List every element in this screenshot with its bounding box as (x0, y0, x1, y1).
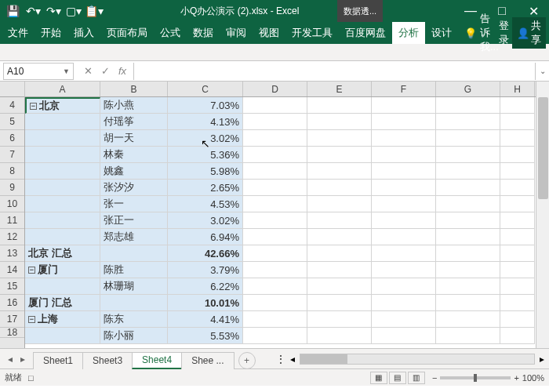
row-header-15[interactable]: 15 (0, 278, 24, 295)
cell-B10[interactable]: 张一 (100, 196, 168, 212)
cells-area[interactable]: −北京陈小燕7.03%付瑶筝4.13%胡一天3.02%林秦5.36%姚鑫5.98… (25, 97, 536, 348)
cell-F10[interactable] (372, 196, 436, 212)
tab-file[interactable]: 文件 (2, 22, 35, 44)
col-header-G[interactable]: G (436, 82, 500, 96)
col-header-E[interactable]: E (307, 82, 372, 96)
col-header-H[interactable]: H (500, 82, 535, 96)
row-header-11[interactable]: 11 (0, 212, 24, 229)
cell-E4[interactable] (307, 97, 372, 114)
row-header-17[interactable]: 17 (0, 311, 24, 328)
sheet-tab-sheet1[interactable]: Sheet1 (33, 352, 83, 369)
tab-design[interactable]: 设计 (425, 22, 458, 44)
cell-B12[interactable]: 郑志雄 (100, 229, 168, 245)
cell-E9[interactable] (307, 180, 372, 196)
cell-D15[interactable] (243, 278, 307, 295)
cell-A15[interactable] (25, 278, 100, 295)
cell-B7[interactable]: 林秦 (100, 147, 168, 163)
cell-G6[interactable] (436, 130, 500, 147)
zoom-level[interactable]: 100% (522, 373, 544, 383)
sheet-tab-sheet4[interactable]: Sheet4 (132, 352, 182, 369)
outline-collapse-icon[interactable]: − (28, 267, 35, 274)
cell-H11[interactable] (500, 212, 535, 229)
cell-G17[interactable] (436, 311, 500, 328)
cell-B8[interactable]: 姚鑫 (100, 163, 168, 180)
cell-D6[interactable] (243, 130, 307, 147)
cell-H13[interactable] (500, 245, 535, 262)
cell-F16[interactable] (372, 295, 436, 311)
cell-H14[interactable] (500, 262, 535, 278)
row-header-8[interactable]: 8 (0, 163, 24, 180)
cell-H18[interactable] (500, 328, 535, 344)
cell-A10[interactable] (25, 196, 100, 212)
row-header-4[interactable]: 4 (0, 97, 24, 114)
cell-G10[interactable] (436, 196, 500, 212)
fx-button[interactable]: fx (115, 65, 130, 77)
cell-B18[interactable]: 陈小丽 (100, 328, 168, 344)
cell-F9[interactable] (372, 180, 436, 196)
enter-formula-button[interactable]: ✓ (97, 65, 113, 77)
cell-C18[interactable]: 5.53% (168, 328, 243, 344)
scroll-grip-icon[interactable]: ⋮ (276, 354, 285, 365)
cell-H9[interactable] (500, 180, 535, 196)
cell-G7[interactable] (436, 147, 500, 163)
cell-C14[interactable]: 3.79% (168, 262, 243, 278)
cell-B15[interactable]: 林珊瑚 (100, 278, 168, 295)
cell-B13[interactable] (100, 245, 168, 262)
cell-G15[interactable] (436, 278, 500, 295)
nav-first-icon[interactable]: ◂ (5, 354, 16, 365)
cell-H4[interactable] (500, 97, 535, 114)
outline-collapse-icon[interactable]: − (28, 316, 35, 323)
clipboard-button[interactable]: 📋▾ (85, 2, 104, 20)
cell-A16[interactable]: 厦门 汇总 (25, 295, 100, 311)
undo-button[interactable]: ↶▾ (24, 2, 42, 20)
select-all-corner[interactable] (0, 82, 25, 97)
cell-A18[interactable] (25, 328, 100, 344)
tab-view[interactable]: 视图 (253, 22, 285, 44)
vertical-scroll-thumb[interactable] (538, 97, 548, 199)
cell-D10[interactable] (243, 196, 307, 212)
cell-E10[interactable] (307, 196, 372, 212)
cell-C9[interactable]: 2.65% (168, 180, 243, 196)
cell-B16[interactable] (100, 295, 168, 311)
cell-F7[interactable] (372, 147, 436, 163)
row-header-12[interactable]: 12 (0, 229, 24, 245)
cell-D7[interactable] (243, 147, 307, 163)
cell-F6[interactable] (372, 130, 436, 147)
cell-D5[interactable] (243, 114, 307, 130)
zoom-out-button[interactable]: − (432, 373, 437, 383)
cell-E13[interactable] (307, 245, 372, 262)
cell-A7[interactable] (25, 147, 100, 163)
cell-C16[interactable]: 10.01% (168, 295, 243, 311)
hscroll-thumb[interactable] (300, 354, 347, 364)
cell-E8[interactable] (307, 163, 372, 180)
cell-F15[interactable] (372, 278, 436, 295)
row-header-7[interactable]: 7 (0, 147, 24, 163)
cell-C11[interactable]: 3.02% (168, 212, 243, 229)
save-button[interactable]: 💾 (3, 2, 22, 20)
row-header-14[interactable]: 14 (0, 262, 24, 278)
cell-A13[interactable]: 北京 汇总 (25, 245, 100, 262)
vertical-scrollbar[interactable] (536, 82, 549, 348)
cell-H5[interactable] (500, 114, 535, 130)
cell-E17[interactable] (307, 311, 372, 328)
login-button[interactable]: 登录 (499, 19, 509, 47)
col-header-C[interactable]: C (168, 82, 243, 96)
cell-B11[interactable]: 张正一 (100, 212, 168, 229)
new-button[interactable]: ▢▾ (64, 2, 83, 20)
formula-bar[interactable] (133, 63, 535, 80)
cell-A8[interactable] (25, 163, 100, 180)
cell-A11[interactable] (25, 212, 100, 229)
cell-B14[interactable]: 陈胜 (100, 262, 168, 278)
name-box-dropdown-icon[interactable]: ▼ (63, 67, 70, 75)
cell-C10[interactable]: 4.53% (168, 196, 243, 212)
redo-button[interactable]: ↷▾ (44, 2, 63, 20)
cell-F17[interactable] (372, 311, 436, 328)
zoom-control[interactable]: − + 100% (432, 373, 544, 383)
tab-analyze[interactable]: 分析 (392, 22, 425, 44)
sheet-tab-overflow[interactable]: Shee ... (181, 352, 234, 369)
cell-D18[interactable] (243, 328, 307, 344)
row-header-6[interactable]: 6 (0, 130, 24, 147)
cell-E11[interactable] (307, 212, 372, 229)
col-header-D[interactable]: D (243, 82, 307, 96)
cell-A4[interactable]: −北京 (25, 97, 100, 114)
